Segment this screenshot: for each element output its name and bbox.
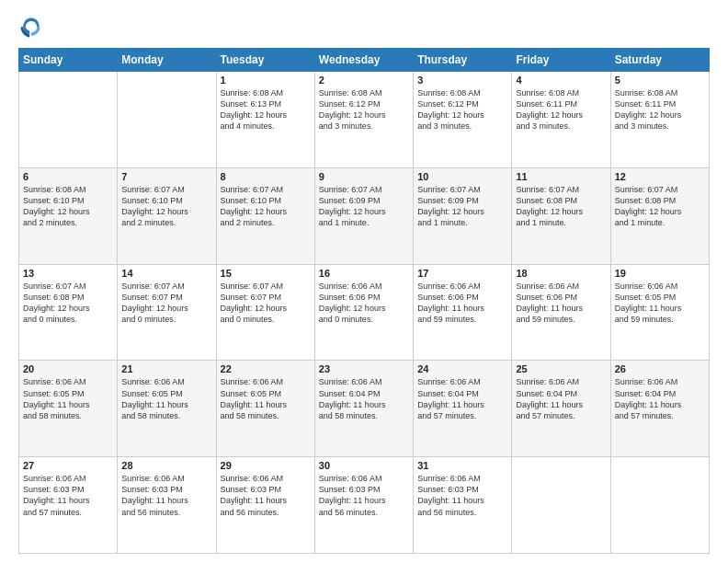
calendar-cell [19, 72, 118, 168]
day-number: 22 [221, 363, 311, 374]
day-number: 25 [516, 363, 606, 374]
calendar-cell: 2Sunrise: 6:08 AM Sunset: 6:12 PM Daylig… [314, 72, 413, 168]
day-number: 8 [221, 171, 311, 182]
day-number: 10 [417, 171, 507, 182]
day-number: 14 [121, 268, 211, 279]
day-number: 23 [319, 363, 409, 374]
day-number: 27 [23, 460, 113, 471]
day-info: Sunrise: 6:07 AM Sunset: 6:07 PM Dayligh… [221, 281, 311, 326]
calendar-cell [512, 457, 610, 554]
day-number: 11 [516, 171, 606, 182]
day-info: Sunrise: 6:06 AM Sunset: 6:04 PM Dayligh… [615, 376, 705, 421]
day-info: Sunrise: 6:06 AM Sunset: 6:06 PM Dayligh… [516, 281, 606, 326]
calendar-cell: 31Sunrise: 6:06 AM Sunset: 6:03 PM Dayli… [414, 457, 512, 554]
calendar-cell: 30Sunrise: 6:06 AM Sunset: 6:03 PM Dayli… [314, 457, 413, 554]
calendar-week-1: 1Sunrise: 6:08 AM Sunset: 6:13 PM Daylig… [19, 72, 710, 168]
calendar-cell: 22Sunrise: 6:06 AM Sunset: 6:05 PM Dayli… [216, 361, 314, 457]
day-info: Sunrise: 6:06 AM Sunset: 6:03 PM Dayligh… [417, 473, 507, 518]
day-info: Sunrise: 6:06 AM Sunset: 6:05 PM Dayligh… [615, 281, 705, 326]
day-info: Sunrise: 6:08 AM Sunset: 6:12 PM Dayligh… [417, 87, 507, 132]
calendar-week-4: 20Sunrise: 6:06 AM Sunset: 6:05 PM Dayli… [19, 361, 710, 457]
day-info: Sunrise: 6:07 AM Sunset: 6:09 PM Dayligh… [319, 184, 409, 229]
calendar-cell: 16Sunrise: 6:06 AM Sunset: 6:06 PM Dayli… [314, 264, 413, 361]
calendar-cell: 18Sunrise: 6:06 AM Sunset: 6:06 PM Dayli… [512, 264, 610, 361]
day-info: Sunrise: 6:06 AM Sunset: 6:05 PM Dayligh… [221, 376, 311, 421]
calendar-header-friday: Friday [512, 49, 610, 72]
day-info: Sunrise: 6:07 AM Sunset: 6:08 PM Dayligh… [615, 184, 705, 229]
calendar-cell: 14Sunrise: 6:07 AM Sunset: 6:07 PM Dayli… [118, 264, 216, 361]
day-number: 20 [23, 363, 113, 374]
calendar-cell: 20Sunrise: 6:06 AM Sunset: 6:05 PM Dayli… [19, 361, 118, 457]
calendar-week-2: 6Sunrise: 6:08 AM Sunset: 6:10 PM Daylig… [19, 167, 710, 264]
header [18, 15, 710, 40]
calendar-cell: 21Sunrise: 6:06 AM Sunset: 6:05 PM Dayli… [118, 361, 216, 457]
calendar-cell: 25Sunrise: 6:06 AM Sunset: 6:04 PM Dayli… [512, 361, 610, 457]
calendar-header-thursday: Thursday [414, 49, 512, 72]
day-number: 19 [615, 268, 705, 279]
logo-icon [18, 15, 44, 40]
calendar-cell: 29Sunrise: 6:06 AM Sunset: 6:03 PM Dayli… [216, 457, 314, 554]
day-info: Sunrise: 6:06 AM Sunset: 6:04 PM Dayligh… [319, 376, 409, 421]
calendar-table: SundayMondayTuesdayWednesdayThursdayFrid… [18, 48, 710, 554]
calendar-cell: 15Sunrise: 6:07 AM Sunset: 6:07 PM Dayli… [216, 264, 314, 361]
calendar-week-5: 27Sunrise: 6:06 AM Sunset: 6:03 PM Dayli… [19, 457, 710, 554]
day-info: Sunrise: 6:07 AM Sunset: 6:10 PM Dayligh… [121, 184, 211, 229]
day-number: 28 [121, 460, 211, 471]
day-number: 18 [516, 268, 606, 279]
calendar-header-sunday: Sunday [19, 49, 118, 72]
calendar-cell: 3Sunrise: 6:08 AM Sunset: 6:12 PM Daylig… [414, 72, 512, 168]
day-info: Sunrise: 6:06 AM Sunset: 6:04 PM Dayligh… [516, 376, 606, 421]
day-number: 13 [23, 268, 113, 279]
calendar-cell: 28Sunrise: 6:06 AM Sunset: 6:03 PM Dayli… [118, 457, 216, 554]
day-info: Sunrise: 6:07 AM Sunset: 6:07 PM Dayligh… [121, 281, 211, 326]
day-number: 1 [221, 75, 311, 86]
day-info: Sunrise: 6:08 AM Sunset: 6:10 PM Dayligh… [23, 184, 113, 229]
day-number: 6 [23, 171, 113, 182]
day-number: 4 [516, 75, 606, 86]
day-info: Sunrise: 6:08 AM Sunset: 6:12 PM Dayligh… [319, 87, 409, 132]
day-info: Sunrise: 6:06 AM Sunset: 6:03 PM Dayligh… [319, 473, 409, 518]
calendar-cell: 10Sunrise: 6:07 AM Sunset: 6:09 PM Dayli… [414, 167, 512, 264]
day-info: Sunrise: 6:06 AM Sunset: 6:05 PM Dayligh… [23, 376, 113, 421]
day-number: 30 [319, 460, 409, 471]
calendar-cell: 6Sunrise: 6:08 AM Sunset: 6:10 PM Daylig… [19, 167, 118, 264]
day-info: Sunrise: 6:07 AM Sunset: 6:08 PM Dayligh… [23, 281, 113, 326]
day-number: 21 [121, 363, 211, 374]
day-info: Sunrise: 6:08 AM Sunset: 6:13 PM Dayligh… [221, 87, 311, 132]
calendar-cell: 17Sunrise: 6:06 AM Sunset: 6:06 PM Dayli… [414, 264, 512, 361]
day-info: Sunrise: 6:06 AM Sunset: 6:03 PM Dayligh… [121, 473, 211, 518]
calendar-cell: 1Sunrise: 6:08 AM Sunset: 6:13 PM Daylig… [216, 72, 314, 168]
day-number: 31 [417, 460, 507, 471]
logo [18, 15, 46, 40]
calendar-header-row: SundayMondayTuesdayWednesdayThursdayFrid… [19, 49, 710, 72]
day-number: 3 [417, 75, 507, 86]
day-info: Sunrise: 6:06 AM Sunset: 6:03 PM Dayligh… [23, 473, 113, 518]
calendar-header-wednesday: Wednesday [314, 49, 413, 72]
day-number: 26 [615, 363, 705, 374]
day-number: 29 [221, 460, 311, 471]
day-number: 9 [319, 171, 409, 182]
calendar-cell: 9Sunrise: 6:07 AM Sunset: 6:09 PM Daylig… [314, 167, 413, 264]
calendar-cell: 26Sunrise: 6:06 AM Sunset: 6:04 PM Dayli… [610, 361, 709, 457]
calendar-cell: 5Sunrise: 6:08 AM Sunset: 6:11 PM Daylig… [610, 72, 709, 168]
calendar-header-saturday: Saturday [610, 49, 709, 72]
calendar-cell: 13Sunrise: 6:07 AM Sunset: 6:08 PM Dayli… [19, 264, 118, 361]
calendar-cell: 24Sunrise: 6:06 AM Sunset: 6:04 PM Dayli… [414, 361, 512, 457]
day-number: 24 [417, 363, 507, 374]
day-info: Sunrise: 6:08 AM Sunset: 6:11 PM Dayligh… [516, 87, 606, 132]
calendar-cell: 23Sunrise: 6:06 AM Sunset: 6:04 PM Dayli… [314, 361, 413, 457]
day-info: Sunrise: 6:06 AM Sunset: 6:03 PM Dayligh… [221, 473, 311, 518]
day-number: 2 [319, 75, 409, 86]
day-info: Sunrise: 6:07 AM Sunset: 6:08 PM Dayligh… [516, 184, 606, 229]
day-info: Sunrise: 6:06 AM Sunset: 6:04 PM Dayligh… [417, 376, 507, 421]
day-info: Sunrise: 6:06 AM Sunset: 6:06 PM Dayligh… [417, 281, 507, 326]
day-info: Sunrise: 6:06 AM Sunset: 6:06 PM Dayligh… [319, 281, 409, 326]
day-info: Sunrise: 6:06 AM Sunset: 6:05 PM Dayligh… [121, 376, 211, 421]
calendar-cell: 4Sunrise: 6:08 AM Sunset: 6:11 PM Daylig… [512, 72, 610, 168]
calendar-cell: 8Sunrise: 6:07 AM Sunset: 6:10 PM Daylig… [216, 167, 314, 264]
day-number: 16 [319, 268, 409, 279]
day-number: 5 [615, 75, 705, 86]
day-number: 12 [615, 171, 705, 182]
calendar-week-3: 13Sunrise: 6:07 AM Sunset: 6:08 PM Dayli… [19, 264, 710, 361]
calendar-cell: 11Sunrise: 6:07 AM Sunset: 6:08 PM Dayli… [512, 167, 610, 264]
